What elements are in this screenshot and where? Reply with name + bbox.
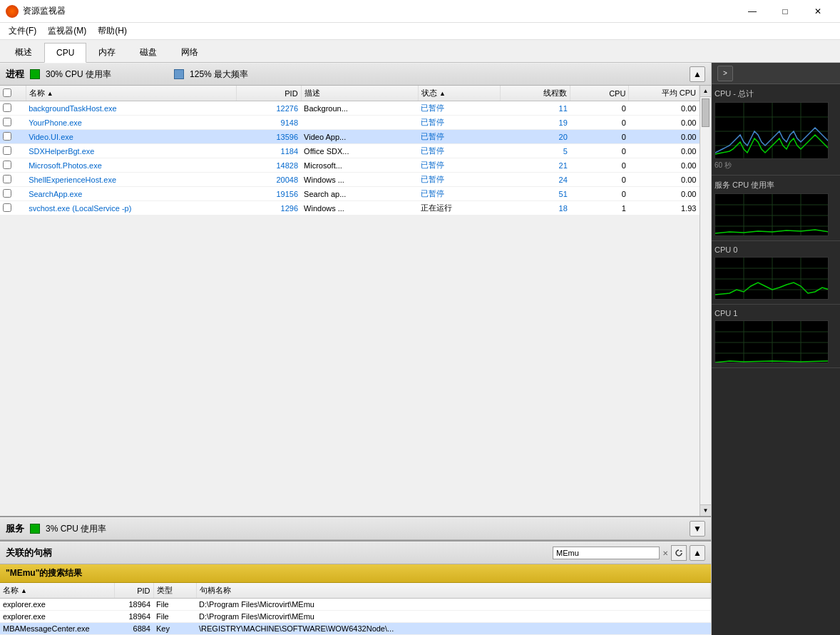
right-panel-toggle-button[interactable]: >: [717, 66, 733, 81]
row-checkbox[interactable]: [3, 118, 11, 126]
row-checkbox-cell[interactable]: [0, 201, 26, 215]
row-checkbox-cell[interactable]: [0, 144, 26, 158]
handle-table-container[interactable]: 名称 ▲ PID 类型 句柄名称 explorer.exe 18964 File…: [0, 583, 711, 635]
process-name-link[interactable]: ShellExperienceHost.exe: [29, 176, 116, 184]
col-header-cpu[interactable]: CPU: [570, 86, 629, 101]
handle-search-clear-button[interactable]: ✕: [662, 549, 668, 557]
process-scrollbar[interactable]: ▲ ▼: [700, 86, 711, 516]
row-checkbox[interactable]: [3, 146, 11, 155]
process-row[interactable]: ShellExperienceHost.exe 20048 Windows ..…: [0, 173, 700, 187]
menu-file[interactable]: 文件(F): [3, 24, 42, 39]
process-name-link[interactable]: Video.UI.exe: [29, 133, 73, 141]
row-checkbox-cell[interactable]: [0, 101, 26, 116]
scroll-track[interactable]: [700, 97, 711, 504]
row-checkbox[interactable]: [3, 161, 11, 169]
process-name-cell[interactable]: ShellExperienceHost.exe: [26, 173, 237, 187]
handle-row[interactable]: explorer.exe 18964 File D:\Program Files…: [0, 611, 711, 623]
process-row[interactable]: YourPhone.exe 9148 已暂停 19 0 0.00: [0, 116, 700, 130]
handle-col-name[interactable]: 名称 ▲: [0, 583, 114, 599]
process-pid-cell[interactable]: 1296: [237, 201, 301, 215]
menu-help[interactable]: 帮助(H): [92, 24, 133, 39]
process-name-cell[interactable]: backgroundTaskHost.exe: [26, 101, 237, 116]
process-pid-cell[interactable]: 20048: [237, 173, 301, 187]
process-pid-value[interactable]: 20048: [276, 176, 298, 184]
process-name-cell[interactable]: Microsoft.Photos.exe: [26, 158, 237, 173]
row-checkbox[interactable]: [3, 103, 11, 112]
handle-row[interactable]: explorer.exe 18964 File D:\Program Files…: [0, 599, 711, 611]
service-expand-button[interactable]: ▼: [690, 521, 705, 537]
process-name-link[interactable]: svchost.exe (LocalService -p): [29, 204, 131, 213]
handle-pid-cell: 18964: [114, 599, 153, 611]
process-pid-cell[interactable]: 13596: [237, 130, 301, 144]
row-checkbox[interactable]: [3, 189, 11, 198]
col-header-threads[interactable]: 线程数: [500, 86, 570, 101]
handle-row[interactable]: MBAMessageCenter.exe 6884 Key \REGISTRY\…: [0, 623, 711, 635]
process-expand-button[interactable]: ▲: [690, 66, 705, 82]
minimize-button[interactable]: —: [736, 0, 769, 23]
handle-col-handle[interactable]: 句柄名称: [196, 583, 711, 599]
maximize-button[interactable]: □: [769, 0, 801, 23]
row-checkbox[interactable]: [3, 203, 11, 212]
process-pid-cell[interactable]: 19156: [237, 187, 301, 201]
row-checkbox-cell[interactable]: [0, 158, 26, 173]
process-name-cell[interactable]: svchost.exe (LocalService -p): [26, 201, 237, 215]
process-name-cell[interactable]: YourPhone.exe: [26, 116, 237, 130]
process-name-link[interactable]: Microsoft.Photos.exe: [29, 161, 102, 170]
row-checkbox[interactable]: [3, 132, 11, 141]
handle-search-input[interactable]: [553, 547, 660, 559]
col-header-pid[interactable]: PID: [237, 86, 301, 101]
service-cpu-indicator: [30, 524, 40, 534]
row-checkbox-cell[interactable]: [0, 130, 26, 144]
col-header-check[interactable]: [0, 86, 26, 101]
process-name-cell[interactable]: SearchApp.exe: [26, 187, 237, 201]
process-pid-value[interactable]: 1296: [281, 204, 298, 213]
process-pid-value[interactable]: 13596: [276, 133, 298, 141]
menu-monitor[interactable]: 监视器(M): [42, 24, 92, 39]
process-name-link[interactable]: SearchApp.exe: [29, 190, 82, 198]
scroll-down-button[interactable]: ▼: [700, 504, 711, 516]
row-checkbox-cell[interactable]: [0, 187, 26, 201]
tab-disk[interactable]: 磁盘: [128, 42, 169, 62]
cpu-indicator-green: [30, 69, 40, 79]
process-name-link[interactable]: YourPhone.exe: [29, 118, 82, 127]
row-checkbox-cell[interactable]: [0, 116, 26, 130]
process-pid-cell[interactable]: 1184: [237, 144, 301, 158]
handle-col-pid[interactable]: PID: [114, 583, 153, 599]
col-header-desc[interactable]: 描述: [301, 86, 418, 101]
tab-cpu[interactable]: CPU: [44, 43, 86, 63]
col-header-avgcpu[interactable]: 平均 CPU: [629, 86, 700, 101]
scroll-up-button[interactable]: ▲: [700, 86, 711, 97]
process-pid-cell[interactable]: 9148: [237, 116, 301, 130]
process-pid-value[interactable]: 12276: [276, 104, 298, 113]
process-row[interactable]: backgroundTaskHost.exe 12276 Backgroun..…: [0, 101, 700, 116]
row-checkbox[interactable]: [3, 175, 11, 183]
process-row[interactable]: SearchApp.exe 19156 Search ap... 已暂停 51 …: [0, 187, 700, 201]
process-name-cell[interactable]: Video.UI.exe: [26, 130, 237, 144]
col-header-status[interactable]: 状态 ▲: [418, 86, 500, 101]
handle-col-type[interactable]: 类型: [153, 583, 196, 599]
process-name-link[interactable]: backgroundTaskHost.exe: [29, 104, 117, 113]
process-name-cell[interactable]: SDXHelperBgt.exe: [26, 144, 237, 158]
process-table-container[interactable]: 名称 ▲ PID 描述 状态 ▲ 线程数 CPU 平均 CPU backgrou…: [0, 86, 700, 516]
col-header-name[interactable]: 名称 ▲: [26, 86, 237, 101]
process-pid-cell[interactable]: 14828: [237, 158, 301, 173]
process-name-link[interactable]: SDXHelperBgt.exe: [29, 147, 94, 156]
scroll-thumb[interactable]: [702, 98, 710, 127]
handle-search-refresh-button[interactable]: [671, 545, 687, 561]
process-pid-value[interactable]: 9148: [281, 118, 298, 127]
tab-network[interactable]: 网络: [169, 42, 210, 62]
process-row[interactable]: SDXHelperBgt.exe 1184 Office SDX... 已暂停 …: [0, 144, 700, 158]
close-button[interactable]: ✕: [801, 0, 834, 23]
process-row[interactable]: Video.UI.exe 13596 Video App... 已暂停 20 0…: [0, 130, 700, 144]
process-pid-value[interactable]: 14828: [276, 161, 298, 170]
process-pid-value[interactable]: 1184: [281, 147, 298, 156]
process-row[interactable]: svchost.exe (LocalService -p) 1296 Windo…: [0, 201, 700, 215]
select-all-checkbox[interactable]: [3, 88, 11, 97]
tab-memory[interactable]: 内存: [86, 42, 128, 62]
process-pid-value[interactable]: 19156: [276, 190, 298, 198]
tab-overview[interactable]: 概述: [3, 42, 44, 62]
row-checkbox-cell[interactable]: [0, 173, 26, 187]
handle-expand-button[interactable]: ▲: [690, 545, 705, 561]
process-row[interactable]: Microsoft.Photos.exe 14828 Microsoft... …: [0, 158, 700, 173]
process-pid-cell[interactable]: 12276: [237, 101, 301, 116]
